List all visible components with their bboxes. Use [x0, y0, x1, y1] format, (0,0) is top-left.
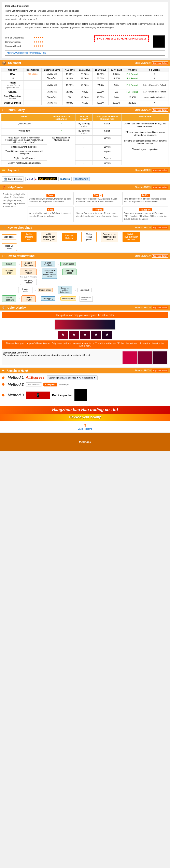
d11-cell: 61.10% — [77, 72, 93, 76]
d45-cell: Full Refund — [124, 90, 140, 94]
col-issue: Issue — [1, 114, 47, 121]
refund-arrow: ↓ — [17, 269, 19, 272]
d11-cell: 7.50% — [77, 101, 93, 105]
return-table: Issue Accept return or exchange? How to … — [1, 114, 169, 165]
refund-in-shipping: In Shipping — [41, 297, 55, 301]
method2-desc: Mobile App — [59, 383, 69, 385]
shipment-section: 📦 Shipment Store No.324379 Top-rated Sel… — [0, 60, 170, 106]
refund-confirm-refund: Confirmrefund — [22, 296, 36, 302]
courier-cell — [24, 94, 41, 101]
step-add-cart: Add toshoppingcart — [21, 232, 37, 242]
back-icon: ⬆ — [2, 423, 168, 428]
type-cell: DilveryRate — [42, 94, 62, 101]
help-card-returns-content: Support free reason for return. Please o… — [76, 212, 120, 218]
step-waiting: Waitingreceivegoods — [81, 232, 96, 242]
para2: Your shopping experience is very importa… — [5, 14, 165, 21]
phone-icon: 📱 — [36, 393, 41, 398]
maestro-option: maestro — [58, 177, 72, 181]
col-11-15: 11-15 days — [77, 68, 93, 72]
prove-cell: / — [76, 135, 92, 144]
help-card-color: Color Due to monitor, color index, there… — [28, 192, 74, 205]
sample-v2: V — [69, 331, 79, 339]
refund-confirm-reasoning: ConfirmReasoning — [22, 261, 36, 267]
courier-cell — [24, 76, 41, 81]
remain-content: Method 1 AliExpress Search right top All… — [0, 373, 170, 406]
refund-app-quality: App-qualityProblem — [20, 279, 37, 285]
help-card-buffet-content: Time difference from different countries… — [124, 197, 167, 203]
refund-title: ↩ How to return/refund — [2, 254, 35, 257]
refund-in-dispute: If returningproblemis in dispute — [58, 286, 72, 294]
payer-cell: Buyers — [92, 149, 122, 156]
accept-cell: ✓ — [47, 121, 76, 128]
remain-section: ❤ Ramain In Heart Store No.324379 Top-ra… — [0, 368, 170, 432]
refund-send-back: Send back — [78, 288, 92, 292]
refund-quality-branch: QualityProblem Non-quality Problem App-q… — [20, 269, 37, 285]
prove-cell: / — [76, 156, 92, 160]
col-15-30: 15-30 days — [93, 68, 109, 72]
refund-arrow: → — [74, 288, 76, 292]
country-cell: USA — [1, 72, 24, 76]
col-6-8: 6-8 weeks — [140, 68, 169, 72]
return-policy-section: ↩ Return Policy Store No.324379 Top-rate… — [0, 107, 170, 166]
shopping-row1: View goods → Add toshoppingcart → Add to… — [2, 232, 168, 242]
d30-cell: 20% — [109, 94, 124, 101]
d6w-cell: 9.1% >8 Weeks Full Refund — [140, 90, 169, 94]
sample-v4: V — [91, 331, 101, 339]
bank-transfer-option: 🏦 Bank Transfer — [2, 176, 24, 182]
step-receive-label: Receive goodsreceived orderOn time — [103, 233, 116, 241]
refund-arrow: → — [56, 262, 59, 266]
store-url[interactable]: http://www.aliexpress.com/store/324379 — [5, 50, 165, 56]
refund-arrow: → — [37, 297, 40, 300]
webmoney-logo: WebMoney — [75, 178, 88, 180]
western-union-logo: WESTERN UNION — [38, 177, 57, 180]
country-cell: Other Countries — [1, 101, 24, 105]
refund-icon: ↩ — [2, 254, 4, 257]
country-cell: UK — [1, 76, 24, 81]
remain-store-info: Store No.324379 Top-rated Seller — [135, 369, 168, 372]
country-cell: Canada — [1, 90, 24, 94]
type-cell: DilveryRate — [42, 90, 62, 94]
greeting: Dear Valued Customer, — [5, 4, 165, 8]
payment-methods: 🏦 Bank Transfer VISA ●● WESTERN UNION ma… — [2, 176, 168, 182]
prove-cell: By sending photos — [76, 121, 92, 128]
d11-cell: 45.10% — [77, 94, 93, 101]
d15-cell: 69.90% — [93, 90, 109, 94]
back-to-home[interactable]: ⬆ Back To Home — [0, 421, 170, 432]
refund-section: ↩ How to return/refund Store No.324379 T… — [0, 253, 170, 304]
color-top-rated: Top-rated Seller — [152, 306, 168, 309]
help-cards-grid: Color Due to monitor, color index, there… — [28, 192, 168, 222]
col-30-44: 30-44 days — [109, 68, 124, 72]
col-payer: Who pays for return shipping fee? — [92, 114, 122, 121]
refund-photos: Take photos &describe,contact customserv… — [42, 269, 57, 279]
col-note: Please Note — [122, 114, 169, 121]
help-card-ship-title: Ship — [47, 208, 54, 211]
refund-select: Select — [2, 262, 16, 266]
aliexpress-com-link[interactable]: Aliexpress.com — [26, 382, 42, 386]
payment-header: 💳 Payment Store No.324379 Top-rated Sell… — [0, 167, 170, 173]
maestro-logo: maestro — [60, 178, 70, 180]
color-diff-section: About Color Difference Various types of … — [2, 350, 168, 365]
method1-desc: Search right top All Categories ▼ All Ca… — [47, 375, 97, 380]
table-row: RussiaChina Post / ITELASpecial line-YW … — [1, 81, 169, 90]
help-card-returns-title: Returns — [92, 208, 103, 211]
webmoney-option: WebMoney — [73, 177, 90, 181]
d15-cell: 43.70% — [93, 101, 109, 105]
how-shopping-header: 🛒 How to shopping? Store No.324379 Top-r… — [0, 225, 170, 230]
refund-arrow: → — [17, 262, 20, 266]
help-card-transport: Transport Cooperated shipping company: A… — [122, 206, 168, 222]
color-img-2 — [137, 351, 152, 364]
d15-cell: 25.30% — [93, 94, 109, 101]
ship-rating-row: Shipping Speed: ★★★★★ — [5, 44, 90, 48]
courier-cell — [24, 90, 41, 94]
d7-cell: 10.30% — [62, 81, 77, 90]
color-icon: 🎨 — [2, 306, 5, 309]
d30-cell: 3.20% — [109, 72, 124, 76]
bank-icon: 🏦 — [4, 177, 7, 181]
help-card-transport-title: Transport — [139, 208, 152, 211]
help-card-size-title: Size M — [93, 194, 103, 197]
refund-after-service: After serviceoperate — [80, 296, 92, 302]
refund-arrow: → — [54, 288, 57, 292]
how-shopping-top-rated: Top-rated Seller — [152, 226, 168, 229]
card-logos: VISA ●● WESTERN UNION — [25, 177, 57, 181]
welcome-section: Dear Valued Customer, Thank you for shop… — [2, 2, 168, 58]
